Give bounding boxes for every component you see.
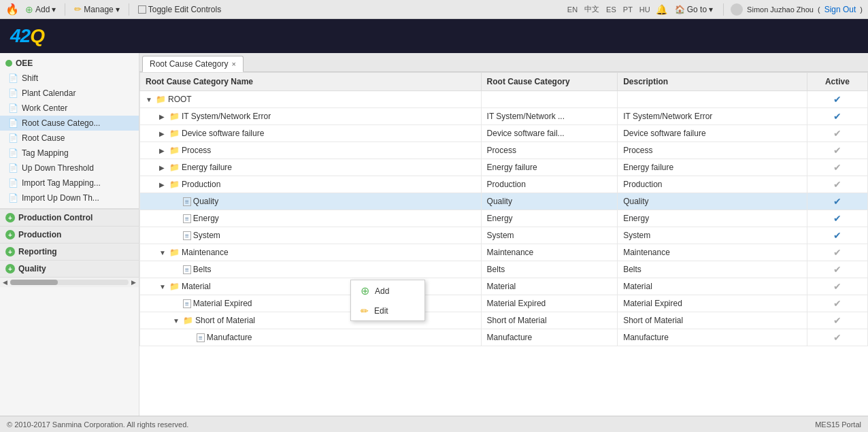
tree-indent: ▶ ≡ System	[146, 231, 220, 240]
table-row[interactable]: ▼ 📁 Maintenance Maintenance Maintenance …	[140, 244, 868, 261]
toggle-edit-button[interactable]: Toggle Edit Controls	[135, 3, 224, 16]
scroll-thumb	[10, 280, 58, 285]
group-label: Quality	[18, 264, 46, 273]
sign-out-link[interactable]: Sign Out	[824, 5, 856, 14]
doc-icon: 📄	[8, 88, 18, 98]
folder-icon: 📁	[183, 316, 193, 325]
expand-button[interactable]: ▶	[159, 147, 167, 154]
category-cell: Device software fail...	[481, 125, 618, 142]
table-row[interactable]: ▼ 📁 Short of Material Short of Material …	[140, 312, 868, 329]
tab-close-button[interactable]: ×	[231, 60, 235, 68]
add-button[interactable]: ⊕ Add ▾	[22, 3, 59, 16]
folder-icon: 📁	[169, 129, 180, 138]
table-row[interactable]: ▶ 📁 Production Production Production ✔	[140, 176, 868, 193]
oee-label: OEE	[16, 59, 33, 68]
table-row[interactable]: ▼ 📁 ROOT ✔	[140, 91, 868, 108]
tab-root-cause-category[interactable]: Root Cause Category ×	[142, 56, 244, 72]
notification-bell-icon[interactable]: 🔔	[656, 4, 667, 15]
category-cell: Manufacture	[481, 329, 618, 346]
doc-icon: ≡	[183, 299, 191, 308]
doc-icon: 📄	[8, 118, 18, 128]
name-cell: ▶ 📁 Production	[140, 176, 482, 193]
tab-bar: Root Cause Category ×	[139, 53, 868, 72]
doc-icon: 📄	[8, 193, 18, 203]
table-row[interactable]: ▶ 📁 IT System/Network Error IT System/Ne…	[140, 108, 868, 125]
sidebar-horizontal-scrollbar[interactable]: ◀ ▶	[0, 277, 139, 287]
sidebar-item-shift[interactable]: 📄 Shift	[0, 71, 139, 86]
sidebar-group-quality[interactable]: + Quality	[0, 260, 139, 277]
lang-zh[interactable]: 中文	[583, 3, 601, 15]
table-row[interactable]: ▶ 📁 Process Process Process ✔	[140, 142, 868, 159]
lang-en[interactable]: EN	[566, 5, 579, 14]
expand-icon: +	[5, 213, 15, 222]
doc-icon: 📄	[8, 178, 18, 188]
tab-label: Root Cause Category	[150, 59, 228, 69]
col-active: Active	[807, 73, 867, 91]
lang-es[interactable]: ES	[605, 5, 618, 14]
table-row[interactable]: ▶ 📁 Energy failure Energy failure Energy…	[140, 159, 868, 176]
expand-icon: +	[5, 247, 15, 256]
tree-indent: ▼ 📁 Material	[146, 282, 211, 291]
separator3	[723, 3, 724, 16]
table-row[interactable]: ▶ ≡ Quality Quality Quality ✔	[140, 193, 868, 210]
user-name: Simon Juzhao Zhou	[747, 5, 814, 14]
scroll-right-arrow[interactable]: ▶	[131, 279, 136, 286]
sidebar-label: Up Down Threshold	[22, 163, 94, 173]
table-row[interactable]: ▶ ≡ Material Expired Material Expired Ma…	[140, 295, 868, 312]
sidebar-item-import-tag-mapping[interactable]: 📄 Import Tag Mapping...	[0, 176, 139, 190]
sidebar-item-import-up-down[interactable]: 📄 Import Up Down Th...	[0, 190, 139, 205]
category-cell	[481, 91, 618, 108]
sidebar-item-tag-mapping[interactable]: 📄 Tag Mapping	[0, 146, 139, 161]
lang-pt[interactable]: PT	[622, 5, 634, 14]
expand-button[interactable]: ▼	[159, 249, 167, 256]
category-cell: Material Expired	[481, 295, 618, 312]
name-cell: ▶ ≡ Manufacture	[140, 329, 482, 346]
active-cell: ✔	[807, 295, 867, 312]
sidebar-item-work-center[interactable]: 📄 Work Center	[0, 101, 139, 116]
scroll-left-arrow[interactable]: ◀	[3, 279, 7, 286]
group-label: Production	[18, 230, 61, 239]
table-row[interactable]: ▶ ≡ Energy Energy Energy ✔	[140, 210, 868, 227]
expand-button[interactable]: ▶	[159, 113, 167, 120]
context-menu-edit[interactable]: ✏ Edit	[351, 301, 424, 320]
expand-button[interactable]: ▶	[159, 164, 167, 171]
copyright-text: © 2010-2017 Sanmina Corporation. All rig…	[7, 420, 188, 429]
table-row[interactable]: ▶ 📁 Device software failure Device softw…	[140, 125, 868, 142]
scroll-track	[10, 280, 129, 285]
table-row[interactable]: ▶ ≡ Manufacture Manufacture Manufacture …	[140, 329, 868, 346]
tree-indent: ▶ ≡ Material Expired	[146, 299, 252, 308]
sidebar-group-production[interactable]: + Production	[0, 226, 139, 243]
portal-label: MES15 Portal	[815, 420, 861, 429]
expand-button[interactable]: ▼	[173, 317, 181, 325]
active-cell: ✔	[807, 108, 867, 125]
folder-icon: 📁	[169, 112, 180, 121]
goto-button[interactable]: 🏠 Go to ▾	[671, 3, 716, 16]
sidebar-item-plant-calendar[interactable]: 📄 Plant Calendar	[0, 86, 139, 101]
active-cell: ✔	[807, 261, 867, 278]
manage-button[interactable]: ✏ Manage ▾	[71, 3, 122, 16]
expand-icon: +	[5, 230, 15, 239]
expand-button[interactable]: ▼	[146, 96, 154, 103]
sidebar-item-root-cause[interactable]: 📄 Root Cause	[0, 131, 139, 146]
name-cell: ▼ 📁 Maintenance	[140, 244, 482, 261]
doc-icon: ≡	[183, 214, 191, 223]
sidebar-group-production-control[interactable]: + Production Control	[0, 209, 139, 226]
sidebar-item-up-down-threshold[interactable]: 📄 Up Down Threshold	[0, 161, 139, 176]
expand-button[interactable]: ▶	[159, 181, 167, 188]
context-edit-label: Edit	[374, 306, 388, 316]
table-row[interactable]: ▼ 📁 Material Material Material ✔	[140, 278, 868, 295]
sidebar-item-root-cause-category[interactable]: 📄 Root Cause Catego...	[0, 116, 139, 131]
table-row[interactable]: ▶ ≡ System System System ✔	[140, 227, 868, 244]
inactive-check-icon: ✔	[833, 264, 841, 275]
context-menu-add[interactable]: ⊕ Add	[351, 280, 424, 301]
expand-button[interactable]: ▶	[159, 130, 167, 137]
expand-button[interactable]: ▼	[159, 283, 167, 290]
description-cell: Short of Material	[618, 312, 807, 329]
lang-hu[interactable]: HU	[638, 5, 652, 14]
sidebar-item-oee[interactable]: OEE	[0, 56, 139, 71]
name-cell: ▶ ≡ Quality	[140, 193, 482, 210]
sidebar-group-reporting[interactable]: + Reporting	[0, 243, 139, 260]
sidebar-label: Work Center	[22, 103, 67, 113]
tree-indent: ▶ 📁 Energy failure	[146, 163, 232, 172]
table-row[interactable]: ▶ ≡ Belts Belts Belts ✔	[140, 261, 868, 278]
